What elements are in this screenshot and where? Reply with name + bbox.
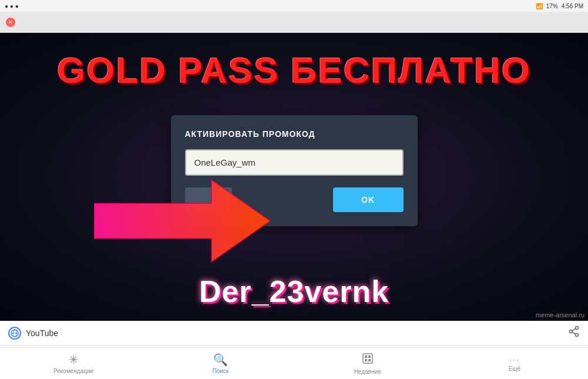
dot1: ● — [5, 3, 8, 9]
watermark: meme-arsenal.ru — [536, 311, 584, 318]
share-icon[interactable] — [568, 326, 580, 340]
arrow-container — [94, 168, 270, 274]
close-button[interactable]: ✕ — [6, 18, 15, 27]
more-icon: ··· — [509, 355, 520, 364]
youtube-globe-icon — [8, 327, 21, 340]
nav-recommendations[interactable]: ✳ Рекомендации — [0, 349, 147, 378]
status-right: 📶 17% 4:56 PM — [536, 3, 583, 9]
svg-point-6 — [576, 334, 579, 337]
nav-search[interactable]: 🔍 Поиск — [147, 349, 294, 378]
dialog-title: АКТИВИРОВАТЬ ПРОМОКОД — [185, 129, 404, 139]
time-label: 4:56 PM — [562, 3, 583, 9]
globe-svg — [11, 329, 19, 337]
status-bar: ● ● ● 📶 17% 4:56 PM — [0, 0, 588, 12]
svg-line-9 — [572, 332, 576, 334]
recent-icon — [362, 353, 374, 367]
svg-marker-0 — [94, 180, 270, 262]
more-label: Ещё — [509, 365, 520, 372]
top-bar: ✕ — [0, 12, 588, 33]
ok-button[interactable]: OK — [333, 187, 404, 212]
username-overlay: Der_23vernk — [0, 274, 588, 309]
gold-pass-title: GOLD PASS БЕСПЛАТНО — [0, 51, 588, 90]
svg-rect-14 — [368, 359, 371, 361]
arrow-icon — [94, 168, 270, 274]
info-bar: YouTube — [0, 321, 588, 346]
search-icon: 🔍 — [213, 353, 228, 367]
svg-point-7 — [570, 330, 573, 333]
wifi-icon: 📶 — [536, 3, 543, 9]
recommendations-label: Рекомендации — [53, 368, 93, 374]
dot2: ● — [10, 3, 14, 9]
search-label: Поиск — [213, 368, 229, 374]
svg-line-8 — [572, 328, 576, 331]
svg-rect-12 — [368, 355, 371, 358]
nav-more[interactable]: ··· Ещё — [441, 351, 588, 375]
nav-recent[interactable]: Недавние — [294, 349, 441, 378]
youtube-label: YouTube — [26, 328, 58, 338]
svg-rect-10 — [363, 354, 372, 363]
recommendations-icon: ✳ — [69, 353, 79, 367]
game-background: GOLD PASS БЕСПЛАТНО АКТИВИРОВАТЬ ПРОМОКО… — [0, 33, 588, 321]
svg-rect-13 — [365, 359, 367, 361]
video-container: GOLD PASS БЕСПЛАТНО АКТИВИРОВАТЬ ПРОМОКО… — [0, 33, 588, 321]
recent-label: Недавние — [354, 368, 381, 375]
svg-rect-11 — [365, 355, 367, 358]
svg-point-5 — [576, 327, 579, 330]
dot3: ● — [15, 3, 19, 9]
bottom-navigation: ✳ Рекомендации 🔍 Поиск Недавние ··· Ещё — [0, 347, 588, 379]
battery-label: 17% — [546, 3, 558, 9]
status-left: ● ● ● — [5, 3, 19, 9]
